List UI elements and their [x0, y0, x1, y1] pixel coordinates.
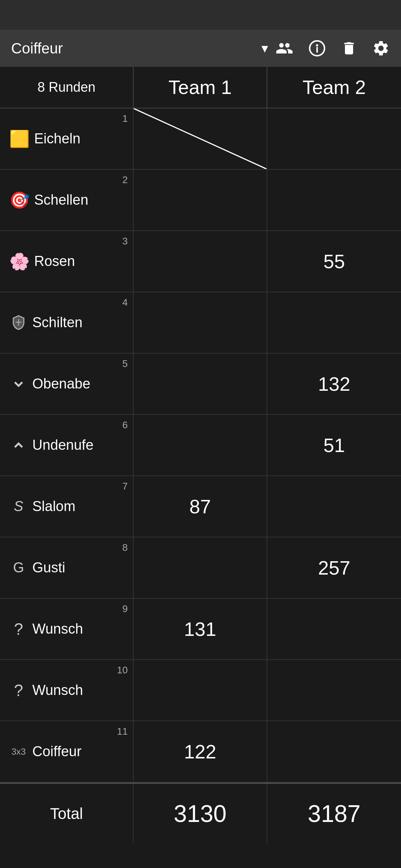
- table-row[interactable]: Obenabe 5 132: [0, 354, 401, 415]
- team2-header: Team 2: [267, 67, 401, 108]
- row-number-7: 7: [123, 481, 128, 492]
- chevron-down-icon: [9, 377, 28, 391]
- coiffeur-team2-cell[interactable]: [267, 721, 401, 782]
- row-label-rosen: 🌸 Rosen 3: [0, 231, 134, 292]
- gusti-label: Gusti: [32, 560, 65, 576]
- table-header: 8 Runden Team 1 Team 2: [0, 67, 401, 108]
- row-number-10: 10: [117, 664, 128, 676]
- table-row[interactable]: Undenufe 6 51: [0, 415, 401, 476]
- schellen-label: Schellen: [34, 192, 88, 208]
- schilten-team1-cell[interactable]: [134, 292, 267, 353]
- undenufe-team1-cell[interactable]: [134, 415, 267, 475]
- eicheln-label: Eicheln: [34, 131, 81, 147]
- rounds-header: 8 Runden: [0, 67, 134, 108]
- rosen-team1-cell[interactable]: [134, 231, 267, 292]
- gusti-team1-cell[interactable]: [134, 537, 267, 598]
- row-label-schellen: 🎯 Schellen 2: [0, 170, 134, 230]
- row-label-slalom: S Slalom 7: [0, 476, 134, 537]
- table-row[interactable]: 3x3 Coiffeur 11 122: [0, 721, 401, 783]
- total-team2: 3187: [267, 784, 401, 844]
- gusti-team2-cell[interactable]: 257: [267, 537, 401, 598]
- diagonal-line-icon: [134, 108, 267, 169]
- undenufe-label: Undenufe: [32, 437, 94, 453]
- dropdown-arrow[interactable]: ▾: [261, 40, 268, 56]
- table-row[interactable]: ? Wunsch 9 131: [0, 599, 401, 660]
- table-row[interactable]: S Slalom 7 87: [0, 476, 401, 537]
- wunsch9-label: Wunsch: [32, 621, 83, 637]
- schellen-team1-cell[interactable]: [134, 170, 267, 230]
- wunsch9-team2-cell[interactable]: [267, 599, 401, 659]
- row-number-8: 8: [123, 542, 128, 553]
- slalom-icon: S: [9, 498, 28, 514]
- flower-icon: 🌸: [9, 252, 30, 271]
- row-label-wunsch9: ? Wunsch 9: [0, 599, 134, 659]
- row-number-2: 2: [123, 174, 128, 186]
- coiffeur-icon: 3x3: [9, 747, 28, 757]
- row-label-eicheln: 🟨 Eicheln 1: [0, 108, 134, 169]
- table-row[interactable]: ? Wunsch 10: [0, 660, 401, 721]
- acorn-icon: 🟨: [9, 129, 30, 149]
- obenabe-label: Obenabe: [32, 376, 90, 392]
- row-label-gusti: G Gusti 8: [0, 537, 134, 598]
- schilten-label: Schilten: [32, 315, 82, 331]
- coiffeur-label: Coiffeur: [32, 744, 81, 760]
- slalom-team1-cell[interactable]: 87: [134, 476, 267, 537]
- row-number-4: 4: [123, 297, 128, 308]
- team1-header: Team 1: [134, 67, 267, 108]
- people-icon[interactable]: [276, 39, 293, 57]
- wunsch9-icon: ?: [9, 620, 28, 638]
- gusti-icon: G: [9, 560, 28, 576]
- total-label: Total: [0, 784, 134, 844]
- wunsch10-team1-cell[interactable]: [134, 660, 267, 721]
- toolbar-icons: [276, 39, 390, 57]
- row-label-schilten: Schilten 4: [0, 292, 134, 353]
- chevron-up-icon: [9, 438, 28, 453]
- shield-icon: [9, 315, 28, 331]
- obenabe-team1-cell[interactable]: [134, 354, 267, 414]
- toolbar: Coiffeur ▾: [0, 30, 401, 67]
- info-icon[interactable]: [308, 39, 326, 57]
- schilten-team2-cell[interactable]: [267, 292, 401, 353]
- rosen-team2-cell[interactable]: 55: [267, 231, 401, 292]
- table-row[interactable]: G Gusti 8 257: [0, 537, 401, 599]
- row-number-11: 11: [117, 726, 128, 737]
- settings-icon[interactable]: [372, 39, 390, 57]
- slalom-label: Slalom: [32, 498, 75, 514]
- score-table: 8 Runden Team 1 Team 2 🟨 Eicheln 1 🎯 Sch…: [0, 67, 401, 844]
- row-number-5: 5: [123, 358, 128, 370]
- total-row: Total 3130 3187: [0, 783, 401, 844]
- delete-icon[interactable]: [341, 40, 357, 56]
- svg-line-3: [134, 108, 267, 169]
- total-team1: 3130: [134, 784, 267, 844]
- bell-icon: 🎯: [9, 191, 30, 210]
- obenabe-team2-cell[interactable]: 132: [267, 354, 401, 414]
- wunsch10-team2-cell[interactable]: [267, 660, 401, 721]
- undenufe-team2-cell[interactable]: 51: [267, 415, 401, 475]
- wunsch9-team1-cell[interactable]: 131: [134, 599, 267, 659]
- table-row[interactable]: 🟨 Eicheln 1: [0, 108, 401, 170]
- table-row[interactable]: 🌸 Rosen 3 55: [0, 231, 401, 292]
- row-label-undenufe: Undenufe 6: [0, 415, 134, 475]
- row-label-obenabe: Obenabe 5: [0, 354, 134, 414]
- status-bar: [0, 0, 401, 30]
- table-row[interactable]: 🎯 Schellen 2: [0, 170, 401, 231]
- row-number-9: 9: [123, 603, 128, 615]
- row-label-wunsch10: ? Wunsch 10: [0, 660, 134, 721]
- rosen-label: Rosen: [34, 253, 75, 269]
- row-number-6: 6: [123, 419, 128, 431]
- coiffeur-team1-cell[interactable]: 122: [134, 721, 267, 782]
- wunsch10-label: Wunsch: [32, 682, 83, 698]
- slalom-team2-cell[interactable]: [267, 476, 401, 537]
- table-row[interactable]: Schilten 4: [0, 292, 401, 354]
- schellen-team2-cell[interactable]: [267, 170, 401, 230]
- eicheln-team2-cell[interactable]: [267, 108, 401, 169]
- app-title: Coiffeur: [11, 40, 254, 57]
- row-label-coiffeur: 3x3 Coiffeur 11: [0, 721, 134, 782]
- row-number-3: 3: [123, 235, 128, 247]
- eicheln-team1-cell[interactable]: [134, 108, 267, 169]
- wunsch10-icon: ?: [9, 681, 28, 700]
- row-number-1: 1: [123, 113, 128, 124]
